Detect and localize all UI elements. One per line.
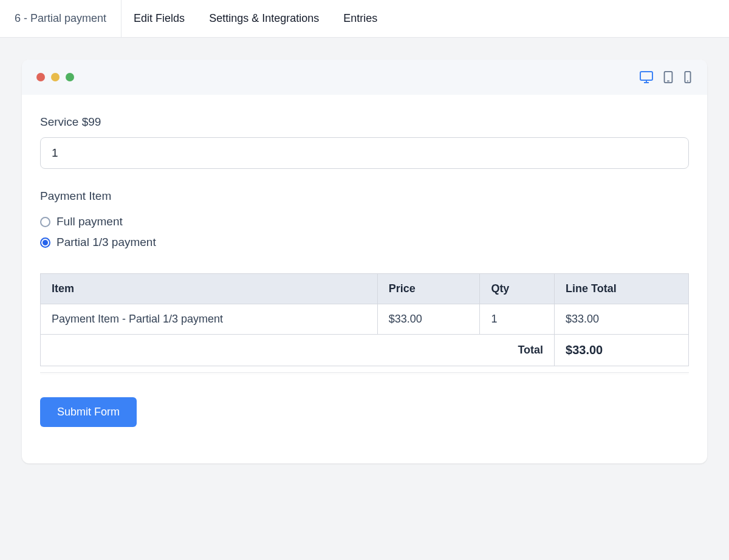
device-switcher (639, 70, 693, 84)
radio-icon (40, 217, 50, 227)
radio-partial-payment[interactable]: Partial 1/3 payment (40, 232, 689, 253)
desktop-icon[interactable] (639, 70, 654, 84)
preview-frame: Service $99 Payment Item Full payment Pa… (22, 60, 707, 463)
svg-rect-0 (640, 72, 652, 80)
tab-settings-integrations[interactable]: Settings & Integrations (197, 0, 331, 37)
radio-label: Full payment (56, 215, 123, 228)
radio-full-payment[interactable]: Full payment (40, 211, 689, 232)
cell-item: Payment Item - Partial 1/3 payment (41, 304, 378, 335)
col-line-total: Line Total (555, 274, 689, 304)
table-header-row: Item Price Qty Line Total (41, 274, 689, 304)
submit-button[interactable]: Submit Form (40, 397, 137, 427)
traffic-light-green-icon (66, 73, 74, 81)
col-qty: Qty (480, 274, 555, 304)
mobile-icon[interactable] (683, 70, 693, 84)
col-price: Price (377, 274, 480, 304)
tablet-icon[interactable] (662, 70, 674, 84)
page-title: 6 - Partial payment (0, 0, 122, 37)
divider (40, 372, 689, 373)
tab-edit-fields[interactable]: Edit Fields (122, 0, 197, 37)
radio-icon (40, 237, 50, 248)
payment-item-label: Payment Item (40, 190, 689, 203)
topbar: 6 - Partial payment Edit Fields Settings… (0, 0, 729, 38)
traffic-light-red-icon (36, 73, 45, 81)
tab-entries[interactable]: Entries (331, 0, 389, 37)
summary-table: Item Price Qty Line Total Payment Item -… (40, 273, 689, 366)
traffic-light-yellow-icon (51, 73, 60, 81)
service-label: Service $99 (40, 115, 689, 129)
total-value: $33.00 (555, 335, 689, 366)
frame-header (22, 60, 707, 95)
form-body: Service $99 Payment Item Full payment Pa… (22, 95, 707, 463)
total-label: Total (41, 335, 555, 366)
cell-qty: 1 (480, 304, 555, 335)
payment-options: Full payment Partial 1/3 payment (40, 211, 689, 253)
table-total-row: Total $33.00 (41, 335, 689, 366)
cell-line-total: $33.00 (555, 304, 689, 335)
content-area: Service $99 Payment Item Full payment Pa… (0, 38, 729, 485)
traffic-lights (36, 73, 74, 81)
table-row: Payment Item - Partial 1/3 payment $33.0… (41, 304, 689, 335)
cell-price: $33.00 (377, 304, 480, 335)
radio-label: Partial 1/3 payment (56, 236, 156, 249)
service-input[interactable] (40, 137, 689, 169)
col-item: Item (41, 274, 378, 304)
